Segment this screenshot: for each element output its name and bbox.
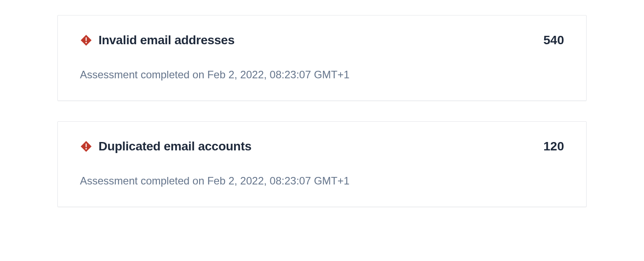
- svg-rect-2: [86, 143, 87, 147]
- alert-diamond-icon: [80, 34, 92, 46]
- svg-rect-0: [86, 37, 87, 41]
- assessment-card[interactable]: Duplicated email accounts 120 Assessment…: [57, 121, 587, 207]
- card-subtitle: Assessment completed on Feb 2, 2022, 08:…: [80, 175, 564, 187]
- card-header: Invalid email addresses 540: [80, 33, 564, 47]
- card-subtitle: Assessment completed on Feb 2, 2022, 08:…: [80, 69, 564, 81]
- svg-point-3: [85, 148, 87, 150]
- card-title-group: Invalid email addresses: [80, 33, 235, 47]
- svg-point-1: [85, 42, 87, 43]
- alert-diamond-icon: [80, 140, 92, 153]
- card-title: Invalid email addresses: [98, 33, 235, 47]
- card-title: Duplicated email accounts: [98, 139, 251, 154]
- assessment-card[interactable]: Invalid email addresses 540 Assessment c…: [57, 15, 587, 101]
- card-header: Duplicated email accounts 120: [80, 139, 564, 154]
- card-count: 540: [543, 33, 564, 47]
- card-title-group: Duplicated email accounts: [80, 139, 251, 154]
- card-count: 120: [543, 139, 564, 154]
- assessment-card-list: Invalid email addresses 540 Assessment c…: [57, 15, 587, 207]
